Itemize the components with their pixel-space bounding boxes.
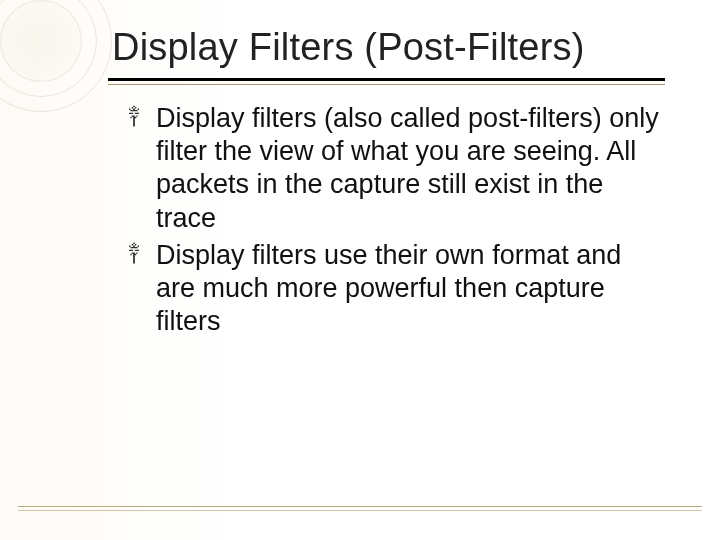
deco-ring [0, 0, 97, 97]
bullet-icon: ༒ [128, 241, 139, 268]
deco-ring [0, 0, 82, 82]
divider-line [18, 506, 702, 507]
deco-ring [0, 0, 112, 112]
list-item: ༒ Display filters (also called post-filt… [128, 102, 660, 235]
bullet-icon: ༒ [128, 104, 139, 131]
bottom-divider [0, 506, 720, 512]
title-underline [108, 78, 665, 84]
underline-thick [108, 78, 665, 81]
divider-line [18, 510, 702, 511]
slide: Display Filters (Post-Filters) ༒ Display… [0, 0, 720, 540]
bullet-text: Display filters use their own format and… [156, 240, 621, 336]
bullet-text: Display filters (also called post-filter… [156, 103, 659, 233]
corner-decoration [0, 0, 120, 120]
content-area: ༒ Display filters (also called post-filt… [128, 102, 660, 342]
underline-thin [108, 84, 665, 85]
list-item: ༒ Display filters use their own format a… [128, 239, 660, 339]
slide-title: Display Filters (Post-Filters) [112, 26, 660, 69]
